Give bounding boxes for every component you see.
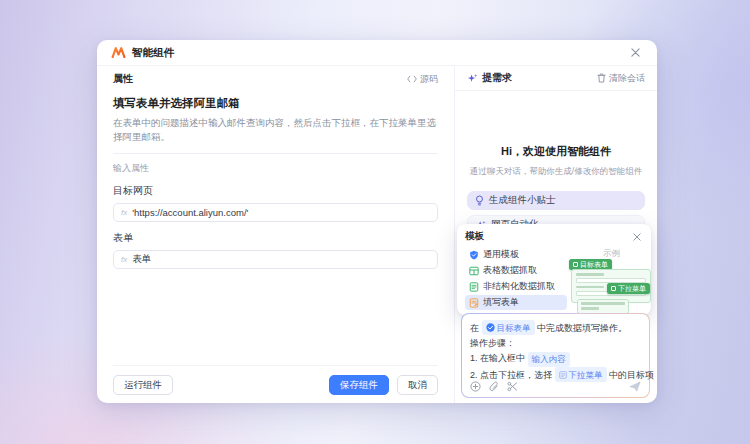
badge-label: 目标表单 <box>580 260 608 270</box>
plus-circle-icon[interactable] <box>470 381 481 392</box>
properties-panel: 属性 源码 填写表单并选择阿里邮箱 在表单中的问题描述中输入邮件查询内容，然后点… <box>97 66 455 403</box>
template-popup-close-icon[interactable] <box>631 231 643 243</box>
form-input[interactable]: fx 表单 <box>113 250 438 269</box>
component-description: 在表单中的问题描述中输入邮件查询内容，然后点击下拉框，在下拉菜单里选择阿里邮箱。 <box>113 116 438 144</box>
chat-steps-label: 操作步骤： <box>470 336 641 351</box>
properties-header: 属性 源码 <box>113 72 438 86</box>
chat-input[interactable]: 在 目标表单 中完成数据填写操作。 操作步骤： 1. 在输入框中 输入内容 2.… <box>470 320 641 383</box>
source-code-label: 源码 <box>420 73 438 86</box>
shield-icon <box>469 250 479 260</box>
divider <box>113 153 438 154</box>
example-mini-dropdown <box>577 299 629 314</box>
target-url-value: 'https://account.aliyun.com/' <box>132 207 248 218</box>
sparkle-icon <box>467 73 478 84</box>
template-list: 通用模板 表格数据抓取 <box>465 247 567 310</box>
cancel-button[interactable]: 取消 <box>397 375 438 395</box>
template-popup: 模板 通用模板 <box>457 224 651 315</box>
paperclip-icon[interactable] <box>489 381 499 392</box>
check-circle-icon <box>486 323 495 332</box>
token-label: 目标表单 <box>497 321 531 335</box>
desktop-background: 智能组件 属性 源码 填写表单并选择阿里邮箱 在表单中的问题描 <box>0 0 750 444</box>
welcome-subtitle: 通过聊天对话，帮助你生成/修改你的智能组件 <box>467 166 645 178</box>
modal-close-icon[interactable] <box>628 45 643 60</box>
form-value: 表单 <box>132 253 151 266</box>
template-popup-body: 通用模板 表格数据抓取 <box>465 247 643 310</box>
modal-body: 属性 源码 填写表单并选择阿里邮箱 在表单中的问题描述中输入邮件查询内容，然后点… <box>97 66 657 403</box>
chat-composer: 在 目标表单 中完成数据填写操作。 操作步骤： 1. 在输入框中 输入内容 2.… <box>461 313 650 398</box>
chat-text-segment: 在 <box>470 323 482 333</box>
dropdown-icon <box>559 371 567 379</box>
welcome-title: Hi，欢迎使用智能组件 <box>467 144 645 159</box>
code-icon <box>407 75 417 83</box>
bulb-icon <box>475 195 484 206</box>
input-content-token[interactable]: 输入内容 <box>528 352 570 367</box>
spacer <box>113 269 438 365</box>
template-item-label: 通用模板 <box>483 248 519 261</box>
save-component-button[interactable]: 保存组件 <box>329 375 389 395</box>
mini-form-line <box>576 286 604 289</box>
target-form-token[interactable]: 目标表单 <box>482 320 535 335</box>
chat-text-segment: 1. 在输入框中 <box>470 353 528 363</box>
mini-form-line <box>576 273 604 276</box>
form-icon <box>469 298 479 308</box>
template-item-unstructured-scrape[interactable]: 非结构化数据抓取 <box>465 279 567 294</box>
trash-icon <box>597 73 606 83</box>
requirement-title: 提需求 <box>482 71 512 85</box>
source-code-link[interactable]: 源码 <box>407 73 438 86</box>
chat-text-segment: 中的目标项 <box>607 370 655 380</box>
properties-label: 属性 <box>113 72 133 86</box>
badge-square-icon <box>573 262 578 267</box>
smart-component-modal: 智能组件 属性 源码 填写表单并选择阿里邮箱 在表单中的问题描 <box>97 40 657 403</box>
fx-expression-icon: fx <box>121 255 127 264</box>
chat-text-segment: 中完成数据填写操作。 <box>535 323 628 333</box>
template-item-label: 非结构化数据抓取 <box>483 280 555 293</box>
template-popup-header: 模板 <box>465 230 643 243</box>
template-item-general[interactable]: 通用模板 <box>465 247 567 262</box>
target-url-input[interactable]: fx 'https://account.aliyun.com/' <box>113 203 438 222</box>
table-icon <box>469 266 479 276</box>
template-example-preview: 示例 目标表单 <box>567 247 643 310</box>
field-label-target-url: 目标网页 <box>113 184 438 198</box>
document-icon <box>469 282 479 292</box>
token-label: 下拉菜单 <box>569 368 603 382</box>
mini-dropdown-line <box>581 307 599 310</box>
welcome-block: Hi，欢迎使用智能组件 通过聊天对话，帮助你生成/修改你的智能组件 生成组件小贴… <box>455 91 657 234</box>
scissors-icon[interactable] <box>507 381 518 392</box>
mini-dropdown-line <box>581 302 625 305</box>
requirement-panel: 提需求 清除会话 Hi，欢迎使用智能组件 通过聊天对话，帮助你生成/修改你的智能… <box>455 66 657 403</box>
component-title: 填写表单并选择阿里邮箱 <box>113 96 438 111</box>
input-group-label: 输入属性 <box>113 162 438 175</box>
badge-label: 下拉菜单 <box>618 284 646 294</box>
field-label-form: 表单 <box>113 231 438 245</box>
clear-session-label: 清除会话 <box>609 72 645 85</box>
template-item-label: 表格数据抓取 <box>483 264 537 277</box>
clear-session-button[interactable]: 清除会话 <box>597 72 645 85</box>
modal-header: 智能组件 <box>97 40 657 66</box>
send-icon[interactable] <box>629 381 641 392</box>
chat-text-segment: 2. 点击下拉框，选择 <box>470 370 555 380</box>
badge-square-icon <box>611 286 616 291</box>
template-item-table-scrape[interactable]: 表格数据抓取 <box>465 263 567 278</box>
fx-expression-icon: fx <box>121 208 127 217</box>
tip-generate-component[interactable]: 生成组件小贴士 <box>467 191 645 210</box>
run-component-button[interactable]: 运行组件 <box>113 375 173 395</box>
template-item-label: 填写表单 <box>483 296 519 309</box>
example-badge-dropdown: 下拉菜单 <box>607 283 650 294</box>
token-label: 输入内容 <box>532 352 566 366</box>
template-item-fill-form[interactable]: 填写表单 <box>465 295 567 310</box>
tip-label: 生成组件小贴士 <box>489 194 556 207</box>
template-popup-title: 模板 <box>465 230 484 243</box>
chat-toolbar <box>470 381 641 392</box>
requirement-header: 提需求 清除会话 <box>455 66 657 91</box>
properties-footer: 运行组件 保存组件 取消 <box>113 365 438 395</box>
app-logo-icon <box>111 47 126 58</box>
modal-title: 智能组件 <box>132 46 174 60</box>
